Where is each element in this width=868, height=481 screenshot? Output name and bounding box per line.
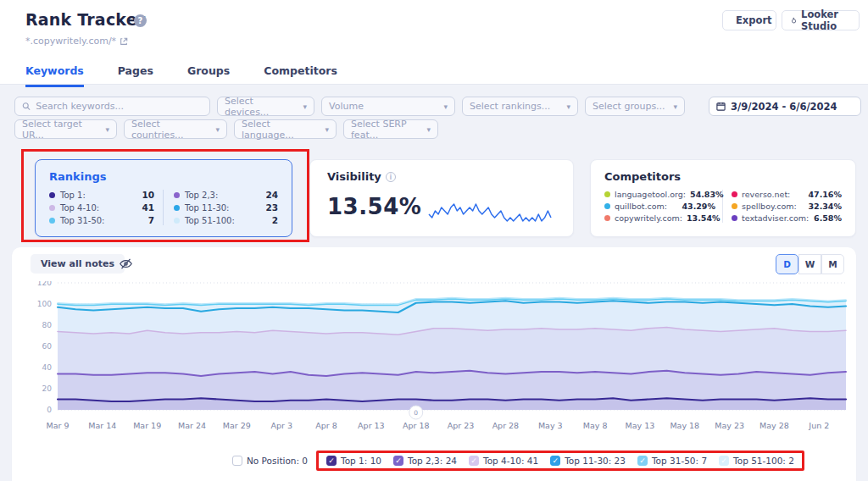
search-icon [22, 102, 31, 111]
top51-100-dot [174, 218, 180, 224]
checkbox-checked[interactable]: ✓ [326, 456, 337, 466]
checkbox-checked[interactable]: ✓ [637, 456, 648, 466]
select-target-url-dropdown[interactable]: Select target UR...▾ [14, 119, 117, 139]
legend-label: Top 2,3: 24 [408, 456, 457, 466]
export-button[interactable]: Export [722, 10, 776, 30]
help-icon[interactable]: ? [134, 14, 147, 27]
legend-item-top4-10[interactable]: ✓Top 4-10: 41 [469, 456, 538, 466]
textadviser-dot [732, 215, 737, 221]
volume-label: Volume [329, 101, 364, 112]
project-url-link[interactable]: *.copywritely.com/* [25, 36, 128, 47]
checkbox-unchecked[interactable] [232, 456, 242, 466]
date-range-value: 3/9/2024 - 6/6/2024 [731, 101, 837, 113]
select-language-dropdown[interactable]: Select language...▾ [234, 119, 337, 139]
select-groups-label: Select groups... [593, 101, 665, 112]
svg-text:Apr 13: Apr 13 [358, 421, 385, 430]
volume-dropdown[interactable]: Volume▾ [321, 97, 455, 116]
competitor-value: 13.54% [687, 213, 721, 223]
tab-pages[interactable]: Pages [118, 64, 153, 87]
svg-text:Apr 18: Apr 18 [403, 421, 430, 430]
svg-text:Mar 29: Mar 29 [223, 421, 251, 430]
stat-label: Top 11-30: [185, 203, 229, 213]
select-serp-features-dropdown[interactable]: Select SERP feat...▾ [343, 119, 438, 139]
select-language-label: Select language... [242, 119, 320, 141]
checkbox-checked[interactable]: ✓ [550, 456, 560, 466]
looker-studio-button[interactable]: Looker Studio [782, 10, 860, 30]
select-rankings-label: Select rankings... [470, 101, 550, 112]
checkbox-checked[interactable]: ✓ [469, 456, 479, 466]
visibility-card-title: Visibilityi [327, 170, 556, 183]
select-groups-dropdown[interactable]: Select groups...▾ [585, 97, 685, 116]
legend-item-top1[interactable]: ✓Top 1: 10 [326, 456, 381, 466]
svg-text:Mar 14: Mar 14 [88, 421, 116, 430]
chart-panel: View all notes D W M 020406080100120Mar … [12, 247, 856, 481]
view-all-notes-button[interactable]: View all notes [31, 254, 125, 274]
competitor-row: copywritely.com:13.54% [604, 213, 715, 223]
select-devices-dropdown[interactable]: Select devices...▾ [217, 97, 314, 116]
svg-text:Apr 3: Apr 3 [270, 421, 292, 430]
top31-50-dot [49, 218, 55, 224]
svg-text:120: 120 [37, 281, 52, 287]
competitor-value: 32.34% [808, 202, 842, 211]
top2-3-dot [174, 192, 180, 198]
checkbox-checked[interactable]: ✓ [719, 456, 729, 466]
looker-studio-label: Looker Studio [801, 8, 850, 32]
tab-keywords[interactable]: Keywords [25, 64, 84, 87]
competitor-row: spellboy.com:32.34% [732, 202, 842, 211]
rankings-area-chart[interactable]: 020406080100120Mar 9Mar 14Mar 19Mar 24Ma… [24, 281, 854, 439]
visibility-sparkline [427, 196, 554, 224]
svg-text:May 28: May 28 [760, 421, 789, 430]
date-range-picker[interactable]: 3/9/2024 - 6/6/2024 [709, 97, 861, 116]
competitor-value: 54.83% [690, 190, 724, 199]
competitor-row: languagetool.org:54.83% [604, 190, 715, 199]
spellboy-dot [732, 203, 737, 209]
chevron-down-icon: ▾ [566, 102, 570, 111]
stat-value: 2 [272, 215, 278, 225]
legend-item-top11-30[interactable]: ✓Top 11-30: 23 [550, 456, 626, 466]
range-button-day[interactable]: D [776, 254, 798, 274]
legend-label: No Position: 0 [247, 456, 308, 466]
rankings-card[interactable]: Rankings Top 1:10 Top 4-10:41 Top 31-50:… [35, 159, 292, 237]
stat-label: Top 2,3: [185, 191, 218, 200]
competitor-label: reverso.net: [742, 190, 790, 199]
rankings-stats: Top 1:10 Top 4-10:41 Top 31-50:7 Top 2,3… [49, 190, 278, 225]
svg-text:80: 80 [42, 321, 53, 329]
range-button-month[interactable]: M [821, 254, 844, 274]
top4-10-dot [49, 205, 55, 211]
search-keywords-input[interactable] [36, 101, 203, 112]
competitors-stats: languagetool.org:54.83% quillbot.com:43.… [604, 190, 842, 223]
range-button-week[interactable]: W [798, 254, 821, 274]
legend-item-top51-100[interactable]: ✓Top 51-100: 2 [719, 456, 794, 466]
legend-item-top2-3[interactable]: ✓Top 2,3: 24 [393, 456, 457, 466]
svg-text:Apr 28: Apr 28 [492, 421, 520, 430]
tab-groups[interactable]: Groups [187, 64, 230, 87]
select-rankings-dropdown[interactable]: Select rankings...▾ [462, 97, 578, 116]
legend-label: Top 11-30: 23 [565, 456, 626, 466]
svg-text:Apr 23: Apr 23 [448, 421, 475, 430]
eye-off-icon[interactable] [119, 257, 133, 274]
annotation-box-legend: ✓Top 1: 10 ✓Top 2,3: 24 ✓Top 4-10: 41 ✓T… [316, 451, 804, 471]
tab-competitors[interactable]: Competitors [264, 64, 337, 87]
search-keywords-field[interactable] [14, 97, 210, 116]
info-icon[interactable]: i [386, 172, 396, 182]
legend-item-top31-50[interactable]: ✓Top 31-50: 7 [637, 456, 707, 466]
select-target-url-label: Select target UR... [22, 119, 100, 141]
legend-item-no-position[interactable]: No Position: 0 [232, 456, 308, 466]
competitor-label: languagetool.org: [615, 190, 686, 199]
rankings-stat-top4-10: Top 4-10:41 [49, 202, 154, 213]
competitor-value: 6.58% [814, 213, 842, 223]
svg-text:60: 60 [42, 342, 53, 351]
select-devices-label: Select devices... [225, 96, 298, 118]
chart-legend: No Position: 0 ✓Top 1: 10 ✓Top 2,3: 24 ✓… [232, 451, 804, 471]
checkbox-checked[interactable]: ✓ [393, 456, 403, 466]
select-countries-dropdown[interactable]: Select countries...▾ [124, 119, 227, 139]
rankings-card-title: Rankings [49, 170, 278, 183]
stat-value: 23 [265, 202, 278, 213]
rankings-stat-top1: Top 1:10 [49, 190, 154, 200]
svg-text:May 8: May 8 [583, 421, 608, 430]
stat-label: Top 51-100: [185, 216, 235, 225]
stat-value: 24 [265, 190, 278, 200]
svg-text:40: 40 [42, 363, 53, 372]
competitors-card: Competitors languagetool.org:54.83% quil… [590, 159, 856, 237]
competitors-card-title: Competitors [604, 170, 842, 183]
